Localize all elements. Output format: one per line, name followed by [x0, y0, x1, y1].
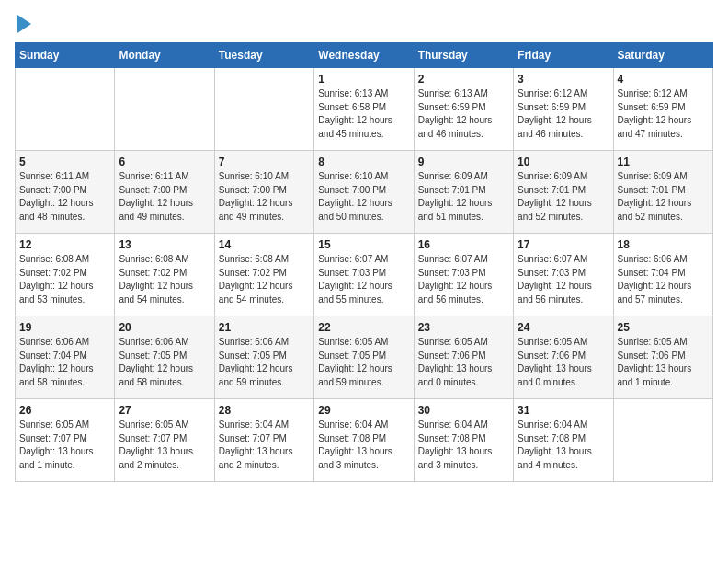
cell-text: Sunrise: 6:07 AM Sunset: 7:03 PM Dayligh… — [318, 253, 409, 306]
calendar-cell: 21Sunrise: 6:06 AM Sunset: 7:05 PM Dayli… — [214, 316, 313, 399]
day-number: 29 — [318, 404, 409, 417]
calendar-cell: 31Sunrise: 6:04 AM Sunset: 7:08 PM Dayli… — [514, 399, 613, 482]
cell-text: Sunrise: 6:05 AM Sunset: 7:06 PM Dayligh… — [518, 336, 609, 389]
cell-text: Sunrise: 6:04 AM Sunset: 7:08 PM Dayligh… — [418, 419, 509, 472]
cell-text: Sunrise: 6:06 AM Sunset: 7:05 PM Dayligh… — [119, 336, 210, 389]
calendar-cell: 3Sunrise: 6:12 AM Sunset: 6:59 PM Daylig… — [514, 68, 613, 151]
calendar-cell: 15Sunrise: 6:07 AM Sunset: 7:03 PM Dayli… — [314, 234, 414, 316]
cell-text: Sunrise: 6:13 AM Sunset: 6:59 PM Dayligh… — [418, 87, 509, 141]
calendar-cell: 18Sunrise: 6:06 AM Sunset: 7:04 PM Dayli… — [613, 234, 712, 316]
calendar-cell: 30Sunrise: 6:04 AM Sunset: 7:08 PM Dayli… — [414, 399, 513, 482]
calendar-cell: 6Sunrise: 6:11 AM Sunset: 7:00 PM Daylig… — [115, 151, 214, 234]
calendar-cell: 20Sunrise: 6:06 AM Sunset: 7:05 PM Dayli… — [115, 316, 214, 399]
day-number: 16 — [418, 238, 509, 251]
day-number: 13 — [119, 238, 210, 251]
calendar-cell — [16, 68, 115, 151]
week-row-3: 12Sunrise: 6:08 AM Sunset: 7:02 PM Dayli… — [16, 234, 713, 316]
cell-text: Sunrise: 6:05 AM Sunset: 7:07 PM Dayligh… — [119, 419, 210, 472]
calendar-header-row: SundayMondayTuesdayWednesdayThursdayFrid… — [16, 43, 713, 68]
cell-text: Sunrise: 6:05 AM Sunset: 7:06 PM Dayligh… — [418, 336, 509, 389]
cell-text: Sunrise: 6:11 AM Sunset: 7:00 PM Dayligh… — [119, 170, 210, 224]
day-number: 30 — [418, 404, 509, 417]
calendar-cell: 27Sunrise: 6:05 AM Sunset: 7:07 PM Dayli… — [115, 399, 214, 482]
calendar-cell: 5Sunrise: 6:11 AM Sunset: 7:00 PM Daylig… — [16, 151, 115, 234]
day-number: 6 — [119, 155, 210, 168]
day-number: 25 — [618, 321, 709, 334]
calendar-cell: 24Sunrise: 6:05 AM Sunset: 7:06 PM Dayli… — [514, 316, 613, 399]
calendar-cell — [613, 399, 712, 482]
day-number: 22 — [318, 321, 409, 334]
day-header-tuesday: Tuesday — [214, 43, 313, 68]
day-number: 9 — [418, 155, 509, 168]
day-number: 31 — [518, 404, 609, 417]
cell-text: Sunrise: 6:13 AM Sunset: 6:58 PM Dayligh… — [318, 87, 409, 141]
day-number: 26 — [19, 404, 110, 417]
calendar-cell: 17Sunrise: 6:07 AM Sunset: 7:03 PM Dayli… — [514, 234, 613, 316]
cell-text: Sunrise: 6:07 AM Sunset: 7:03 PM Dayligh… — [518, 253, 609, 306]
day-number: 3 — [518, 73, 609, 86]
week-row-4: 19Sunrise: 6:06 AM Sunset: 7:04 PM Dayli… — [16, 316, 713, 399]
cell-text: Sunrise: 6:09 AM Sunset: 7:01 PM Dayligh… — [518, 170, 609, 224]
cell-text: Sunrise: 6:05 AM Sunset: 7:07 PM Dayligh… — [19, 419, 110, 472]
calendar-cell: 25Sunrise: 6:05 AM Sunset: 7:06 PM Dayli… — [613, 316, 712, 399]
calendar-cell: 14Sunrise: 6:08 AM Sunset: 7:02 PM Dayli… — [214, 234, 313, 316]
day-number: 12 — [19, 238, 110, 251]
logo — [15, 15, 31, 33]
day-number: 24 — [518, 321, 609, 334]
day-number: 18 — [618, 238, 709, 251]
day-header-saturday: Saturday — [613, 43, 712, 68]
day-number: 11 — [618, 155, 709, 168]
calendar-cell: 11Sunrise: 6:09 AM Sunset: 7:01 PM Dayli… — [613, 151, 712, 234]
logo-line1 — [15, 15, 31, 33]
week-row-5: 26Sunrise: 6:05 AM Sunset: 7:07 PM Dayli… — [16, 399, 713, 482]
day-number: 8 — [318, 155, 409, 168]
cell-text: Sunrise: 6:04 AM Sunset: 7:08 PM Dayligh… — [518, 419, 609, 472]
cell-text: Sunrise: 6:11 AM Sunset: 7:00 PM Dayligh… — [19, 170, 110, 224]
cell-text: Sunrise: 6:05 AM Sunset: 7:05 PM Dayligh… — [318, 336, 409, 389]
cell-text: Sunrise: 6:09 AM Sunset: 7:01 PM Dayligh… — [618, 170, 709, 224]
calendar-cell: 16Sunrise: 6:07 AM Sunset: 7:03 PM Dayli… — [414, 234, 513, 316]
day-number: 7 — [219, 155, 310, 168]
calendar-cell: 8Sunrise: 6:10 AM Sunset: 7:00 PM Daylig… — [314, 151, 414, 234]
day-number: 15 — [318, 238, 409, 251]
week-row-1: 1Sunrise: 6:13 AM Sunset: 6:58 PM Daylig… — [16, 68, 713, 151]
day-number: 23 — [418, 321, 509, 334]
calendar-cell: 19Sunrise: 6:06 AM Sunset: 7:04 PM Dayli… — [16, 316, 115, 399]
calendar-cell: 29Sunrise: 6:04 AM Sunset: 7:08 PM Dayli… — [314, 399, 414, 482]
calendar-cell: 26Sunrise: 6:05 AM Sunset: 7:07 PM Dayli… — [16, 399, 115, 482]
day-number: 17 — [518, 238, 609, 251]
cell-text: Sunrise: 6:08 AM Sunset: 7:02 PM Dayligh… — [19, 253, 110, 306]
calendar-cell: 10Sunrise: 6:09 AM Sunset: 7:01 PM Dayli… — [514, 151, 613, 234]
calendar-table: SundayMondayTuesdayWednesdayThursdayFrid… — [15, 42, 713, 482]
cell-text: Sunrise: 6:10 AM Sunset: 7:00 PM Dayligh… — [318, 170, 409, 224]
cell-text: Sunrise: 6:05 AM Sunset: 7:06 PM Dayligh… — [618, 336, 709, 389]
day-number: 2 — [418, 73, 509, 86]
cell-text: Sunrise: 6:10 AM Sunset: 7:00 PM Dayligh… — [219, 170, 310, 224]
day-header-thursday: Thursday — [414, 43, 513, 68]
calendar-cell: 23Sunrise: 6:05 AM Sunset: 7:06 PM Dayli… — [414, 316, 513, 399]
calendar-cell: 12Sunrise: 6:08 AM Sunset: 7:02 PM Dayli… — [16, 234, 115, 316]
week-row-2: 5Sunrise: 6:11 AM Sunset: 7:00 PM Daylig… — [16, 151, 713, 234]
day-header-friday: Friday — [514, 43, 613, 68]
cell-text: Sunrise: 6:06 AM Sunset: 7:04 PM Dayligh… — [19, 336, 110, 389]
calendar-cell: 4Sunrise: 6:12 AM Sunset: 6:59 PM Daylig… — [613, 68, 712, 151]
calendar-cell: 1Sunrise: 6:13 AM Sunset: 6:58 PM Daylig… — [314, 68, 414, 151]
cell-text: Sunrise: 6:04 AM Sunset: 7:07 PM Dayligh… — [219, 419, 310, 472]
calendar-body: 1Sunrise: 6:13 AM Sunset: 6:58 PM Daylig… — [16, 68, 713, 482]
calendar-cell — [115, 68, 214, 151]
calendar-cell: 7Sunrise: 6:10 AM Sunset: 7:00 PM Daylig… — [214, 151, 313, 234]
calendar-cell: 9Sunrise: 6:09 AM Sunset: 7:01 PM Daylig… — [414, 151, 513, 234]
cell-text: Sunrise: 6:07 AM Sunset: 7:03 PM Dayligh… — [418, 253, 509, 306]
day-number: 21 — [219, 321, 310, 334]
cell-text: Sunrise: 6:08 AM Sunset: 7:02 PM Dayligh… — [119, 253, 210, 306]
day-number: 28 — [219, 404, 310, 417]
day-header-wednesday: Wednesday — [314, 43, 414, 68]
day-number: 4 — [618, 73, 709, 86]
cell-text: Sunrise: 6:12 AM Sunset: 6:59 PM Dayligh… — [618, 87, 709, 141]
cell-text: Sunrise: 6:09 AM Sunset: 7:01 PM Dayligh… — [418, 170, 509, 224]
cell-text: Sunrise: 6:08 AM Sunset: 7:02 PM Dayligh… — [219, 253, 310, 306]
day-header-sunday: Sunday — [16, 43, 115, 68]
cell-text: Sunrise: 6:06 AM Sunset: 7:05 PM Dayligh… — [219, 336, 310, 389]
cell-text: Sunrise: 6:06 AM Sunset: 7:04 PM Dayligh… — [618, 253, 709, 306]
calendar-cell: 2Sunrise: 6:13 AM Sunset: 6:59 PM Daylig… — [414, 68, 513, 151]
